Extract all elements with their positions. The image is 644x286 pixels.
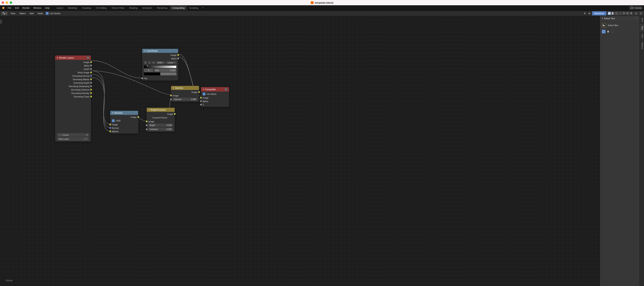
channel-r-button[interactable]: R bbox=[622, 11, 626, 15]
select-subtract-button[interactable] bbox=[610, 29, 614, 34]
node-header[interactable]: ▼ ColorRamp bbox=[142, 49, 178, 53]
scene-field[interactable]: ▾Scene ✕ bbox=[57, 133, 89, 137]
composite-node[interactable]: ▼ Composite ✓ Use Alpha Image Alpha Z bbox=[201, 87, 229, 107]
select-menu[interactable]: Select bbox=[18, 11, 27, 15]
workspace-tab-animation[interactable]: Animation bbox=[140, 6, 154, 10]
node-menu[interactable]: Node bbox=[36, 11, 44, 15]
bright-contrast-node[interactable]: ▼ Bright/Contrast Image Convert Premul I… bbox=[146, 108, 175, 132]
input-albedo[interactable]: Albedo bbox=[110, 130, 138, 133]
input-gamma[interactable]: Gamma1.000 bbox=[171, 97, 199, 101]
output-denoising-normal[interactable]: Denoising Normal bbox=[55, 74, 91, 78]
workspace-tab-modeling[interactable]: Modeling bbox=[66, 6, 80, 10]
interpolation-select[interactable]: Linear▾ bbox=[166, 61, 176, 64]
render-layers-node[interactable]: ▼ Render Layers Image Alpha Depth Noisy … bbox=[55, 55, 91, 142]
input-normal[interactable]: Normal bbox=[110, 126, 138, 130]
gamma-value-field[interactable]: Gamma1.000 bbox=[173, 98, 197, 101]
side-tab-tool[interactable]: Tool bbox=[640, 24, 644, 32]
stop-position-field[interactable]: Pos0.100 bbox=[154, 69, 176, 72]
side-tab-options[interactable]: Options bbox=[640, 40, 644, 51]
node-header[interactable]: ▼ Composite bbox=[201, 87, 229, 92]
editor-type-selector[interactable]: ▾ bbox=[1, 11, 8, 15]
node-header[interactable]: ▼ Gamma bbox=[171, 86, 199, 90]
input-image[interactable]: Image bbox=[147, 120, 175, 123]
clear-icon[interactable]: ✕ bbox=[86, 134, 88, 136]
minimize-window-button[interactable] bbox=[6, 1, 8, 4]
workspace-tab-sculpting[interactable]: Sculpting bbox=[80, 6, 94, 10]
channel-g-button[interactable]: G bbox=[626, 11, 630, 15]
edit-menu[interactable]: Edit bbox=[13, 6, 20, 10]
workspace-tab-layout[interactable]: Layout bbox=[54, 6, 66, 10]
help-menu[interactable]: Help bbox=[43, 6, 51, 10]
side-tab-view[interactable]: View bbox=[640, 32, 644, 40]
output-alpha[interactable]: Alpha bbox=[55, 64, 91, 67]
input-image[interactable]: Image bbox=[110, 123, 138, 126]
workspace-tab-texture-paint[interactable]: Texture Paint bbox=[109, 6, 127, 10]
channel-z-button[interactable] bbox=[618, 11, 622, 15]
color-stop-marker[interactable] bbox=[147, 65, 148, 69]
stop-color-field[interactable] bbox=[144, 72, 176, 75]
go-to-parent-icon[interactable] bbox=[588, 12, 591, 15]
toolbar-toggle[interactable]: › bbox=[0, 20, 2, 24]
output-image[interactable]: Image bbox=[142, 53, 178, 57]
close-window-button[interactable] bbox=[2, 1, 4, 4]
input-image[interactable]: Image bbox=[171, 94, 199, 97]
channel-color-alpha-button[interactable] bbox=[611, 11, 615, 15]
blender-logo-icon[interactable] bbox=[1, 6, 5, 10]
node-header[interactable]: ▼ Denoise bbox=[110, 111, 138, 115]
select-set-button[interactable] bbox=[602, 29, 606, 34]
side-tab-item[interactable]: Item bbox=[640, 16, 644, 24]
bright-value-field[interactable]: Bright0.000 bbox=[148, 124, 173, 127]
output-image[interactable]: Image bbox=[171, 90, 199, 94]
view-menu[interactable]: View bbox=[9, 11, 16, 15]
output-image[interactable]: Image bbox=[110, 115, 138, 119]
output-denoising-shadowing[interactable]: Denoising Shadowing bbox=[55, 84, 91, 88]
workspace-tab-rendering[interactable]: Rendering bbox=[154, 6, 170, 10]
stop-menu-button[interactable]: ▾ bbox=[152, 61, 155, 64]
output-denoising-variance[interactable]: Denoising Variance bbox=[55, 88, 91, 91]
channel-b-button[interactable]: B bbox=[630, 11, 633, 15]
color-stop-marker[interactable] bbox=[175, 65, 177, 69]
channel-alpha-button[interactable] bbox=[615, 11, 618, 15]
add-stop-button[interactable]: + bbox=[144, 61, 147, 64]
panel-header[interactable]: ▼ Active Tool ⠿ bbox=[600, 16, 640, 21]
input-fac[interactable]: Fac bbox=[142, 77, 178, 80]
output-denoising-albedo[interactable]: Denoising Albedo bbox=[55, 78, 91, 81]
colorramp-node[interactable]: ▼ ColorRamp Image Alpha + − ▾ RGB▾ Linea… bbox=[142, 49, 178, 81]
input-contrast[interactable]: Contrast0.000 bbox=[147, 127, 175, 131]
output-image[interactable]: Image bbox=[55, 60, 91, 64]
colorramp-gradient[interactable] bbox=[144, 65, 176, 68]
file-menu[interactable]: File bbox=[6, 6, 13, 10]
hdr-toggle[interactable]: ✓ HDR bbox=[110, 119, 138, 123]
input-image[interactable]: Image bbox=[201, 96, 229, 99]
node-editor-canvas[interactable]: › ▼ Render Layers Image Alpha Dep bbox=[0, 16, 600, 286]
use-alpha-toggle[interactable]: ✓ Use Alpha bbox=[201, 92, 229, 96]
contrast-value-field[interactable]: Contrast0.000 bbox=[148, 128, 173, 131]
output-noisy-image[interactable]: Noisy Image bbox=[55, 71, 91, 74]
auto-render-button[interactable] bbox=[634, 11, 638, 15]
channel-color-button[interactable] bbox=[608, 11, 611, 15]
viewlayer-field[interactable]: View Layer ▾ bbox=[57, 137, 89, 141]
convert-premul-toggle[interactable]: Convert Premul bbox=[147, 116, 175, 120]
output-image[interactable]: Image bbox=[147, 112, 175, 116]
use-nodes-toggle[interactable]: ✓ Use Nodes bbox=[46, 12, 60, 15]
node-header[interactable]: ▼ Render Layers bbox=[55, 55, 91, 60]
output-depth[interactable]: Depth bbox=[55, 67, 91, 71]
output-denoising-clean[interactable]: Denoising Clean bbox=[55, 95, 91, 98]
input-alpha[interactable]: Alpha bbox=[201, 99, 229, 103]
header-options-button[interactable]: ▾ bbox=[639, 11, 643, 15]
input-z[interactable]: Z bbox=[201, 103, 229, 106]
gamma-node[interactable]: ▼ Gamma Image Image Gamma1.000 bbox=[171, 86, 199, 102]
remove-stop-button[interactable]: − bbox=[148, 61, 151, 64]
workspace-tab-scripting[interactable]: Scripting bbox=[187, 6, 200, 10]
node-header[interactable]: ▼ Bright/Contrast bbox=[147, 108, 175, 112]
input-bright[interactable]: Bright0.000 bbox=[147, 123, 175, 127]
add-menu[interactable]: Add bbox=[28, 11, 35, 15]
workspace-tab-shading[interactable]: Shading bbox=[127, 6, 140, 10]
output-alpha[interactable]: Alpha bbox=[142, 57, 178, 60]
output-denoising-intensity[interactable]: Denoising Intensity bbox=[55, 91, 91, 95]
backdrop-toggle-button[interactable]: Backdrop bbox=[592, 11, 606, 15]
denoise-node[interactable]: ▼ Denoise Image ✓ HDR Image Normal Albed… bbox=[110, 111, 138, 134]
render-menu[interactable]: Render bbox=[21, 6, 32, 10]
workspace-tab-compositing[interactable]: Compositing bbox=[170, 6, 187, 10]
add-workspace-button[interactable]: + bbox=[200, 6, 205, 10]
